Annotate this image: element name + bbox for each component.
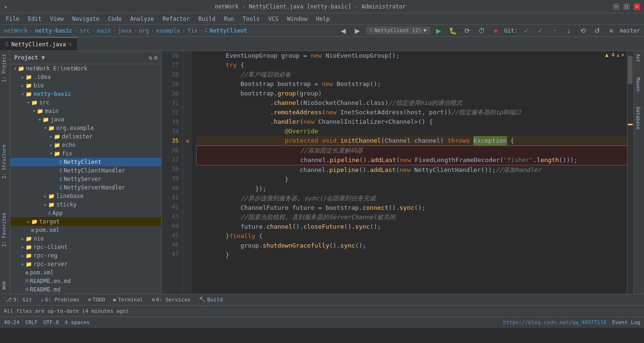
breadcrumb-java[interactable]: java bbox=[118, 27, 132, 34]
expand-arrow-src[interactable]: ▾ bbox=[26, 99, 31, 106]
code-line-35[interactable]: protected void initChannel ( Channel cha… bbox=[196, 136, 630, 146]
expand-arrow-rpc-server[interactable]: ▸ bbox=[20, 261, 26, 267]
code-content[interactable]: EventLoopGroup group = new NioEventLoopG… bbox=[192, 51, 634, 294]
git-revert-button[interactable]: ↺ bbox=[592, 25, 603, 36]
git-annotate-button[interactable]: ≡ bbox=[606, 25, 617, 36]
tree-item-rpc-reg[interactable]: ▸ 📁 rpc-reg bbox=[10, 251, 161, 260]
breadcrumb-fix[interactable]: fix bbox=[187, 27, 197, 34]
expand-arrow-rpc-reg[interactable]: ▸ bbox=[20, 252, 26, 259]
maximize-button[interactable]: □ bbox=[623, 3, 630, 10]
code-line-38[interactable]: channel. pipeline (). addLast ( new Nett… bbox=[196, 165, 630, 175]
expand-arrow-echo[interactable]: ▸ bbox=[48, 142, 54, 148]
tree-item-readme[interactable]: M README.md bbox=[10, 285, 161, 294]
expand-arrow-bio[interactable]: ▸ bbox=[20, 82, 26, 89]
expand-arrow-main[interactable]: ▾ bbox=[31, 108, 37, 114]
warning-down-button[interactable]: ▼ bbox=[621, 52, 624, 58]
todo-tab[interactable]: ≡ TODO bbox=[84, 296, 109, 304]
database-tab[interactable]: Database bbox=[634, 104, 644, 132]
run-config-dropdown-icon[interactable]: ▼ bbox=[423, 27, 427, 34]
menu-run[interactable]: Run bbox=[220, 15, 238, 23]
expand-arrow-nio[interactable]: ▸ bbox=[20, 235, 26, 242]
breadcrumb-example[interactable]: example bbox=[156, 27, 180, 34]
status-line-col[interactable]: 40:24 bbox=[4, 319, 19, 326]
tree-item-org-example[interactable]: ▾ 📁 org.example bbox=[10, 124, 161, 132]
menu-file[interactable]: File bbox=[2, 15, 23, 23]
expand-arrow-fix[interactable]: ▾ bbox=[48, 150, 54, 157]
tree-item-nio[interactable]: ▸ 📁 nio bbox=[10, 234, 161, 243]
maven-tab[interactable]: Maven bbox=[634, 75, 644, 94]
navigate-back-button[interactable]: ◀ bbox=[338, 25, 349, 36]
run-config-selector[interactable]: C NettyClient (2) ▼ bbox=[366, 26, 430, 34]
title-right[interactable]: ─ □ ✕ bbox=[613, 3, 640, 10]
code-line-46[interactable]: group. shutdownGracefully (). sync (); bbox=[196, 241, 630, 250]
menu-edit[interactable]: Edit bbox=[24, 15, 45, 23]
git-check2-button[interactable]: ✓ bbox=[535, 25, 546, 36]
tree-item-nettyclient[interactable]: C NettyClient bbox=[10, 158, 161, 166]
code-line-37[interactable]: channel. pipeline (). addLast ( new Fixe… bbox=[197, 155, 629, 165]
project-tab[interactable]: 1: Project bbox=[0, 51, 10, 85]
breadcrumb-network[interactable]: netWork bbox=[4, 27, 28, 34]
git-pull-button[interactable]: ↓ bbox=[563, 25, 575, 36]
code-line-42[interactable]: ChannelFuture future = bootstrap. connec… bbox=[196, 203, 630, 213]
debug-button[interactable]: 🐛 bbox=[447, 25, 459, 36]
menu-tools[interactable]: Tools bbox=[239, 15, 264, 23]
tree-item-rpc-server[interactable]: ▸ 📁 rpc-server bbox=[10, 260, 161, 268]
code-line-33[interactable]: . handler ( new ChannelInitializer < Cha… bbox=[196, 117, 630, 127]
tree-item-idea[interactable]: ▸ 📁 .idea bbox=[10, 73, 161, 81]
breadcrumb-netty-basic[interactable]: netty-basic bbox=[35, 27, 72, 34]
expand-arrow-idea[interactable]: ▸ bbox=[20, 74, 26, 80]
expand-arrow-target[interactable]: ▸ bbox=[26, 218, 31, 225]
tree-item-nettyserver[interactable]: C NettyServer bbox=[10, 175, 161, 183]
code-line-47[interactable]: } bbox=[196, 250, 630, 260]
code-line-43[interactable]: //阻塞当前线程, 直到服务器的ServerChannel被关闭 bbox=[196, 213, 630, 222]
status-indent[interactable]: 4 spaces bbox=[65, 319, 90, 326]
services-tab[interactable]: ⚙ 8: Services bbox=[148, 296, 194, 304]
tree-item-netty-basic[interactable]: ▾ 📁 netty-basic bbox=[10, 90, 161, 98]
menu-vcs[interactable]: VCS bbox=[265, 15, 283, 23]
menu-analyze[interactable]: Analyze bbox=[126, 15, 158, 23]
code-line-34[interactable]: @Override bbox=[196, 127, 630, 136]
code-line-29[interactable]: Bootstrap bootstrap = new Bootstrap (); bbox=[196, 79, 630, 89]
breadcrumb-file[interactable]: NettyClient bbox=[209, 27, 247, 34]
code-line-32[interactable]: . remoteAddress ( new InetSocketAddress … bbox=[196, 108, 630, 117]
menu-help[interactable]: Help bbox=[312, 15, 334, 23]
code-line-31[interactable]: . channel ( NioSocketChannel .class) //指… bbox=[196, 98, 630, 108]
status-charset[interactable]: UTF-8 bbox=[43, 319, 59, 326]
stop-button[interactable]: ■ bbox=[490, 25, 501, 36]
minimize-button[interactable]: ─ bbox=[613, 3, 619, 10]
tree-item-delimiter[interactable]: ▸ 📁 delimiter bbox=[10, 132, 161, 141]
favorites-tab[interactable]: 2: Favorites bbox=[0, 210, 10, 249]
tree-item-pom-netty[interactable]: m pom.xml bbox=[10, 226, 161, 234]
code-line-41[interactable]: //异步连接到服务器, sync()会阻塞到任务完成 bbox=[196, 194, 630, 203]
sidebar-icon-expand[interactable]: ⇅ bbox=[149, 54, 152, 61]
menu-code[interactable]: Code bbox=[104, 15, 126, 23]
tree-item-echo[interactable]: ▸ 📁 echo bbox=[10, 141, 161, 149]
code-editor[interactable]: ▲ 4 ▲ ▼ 26 27 28 29 30 31 32 33 34 35 36 bbox=[162, 51, 634, 294]
git-history-button[interactable]: ⟲ bbox=[577, 25, 589, 36]
expand-arrow-rpc-client[interactable]: ▸ bbox=[20, 244, 26, 250]
structure-tab[interactable]: 2: Structure bbox=[0, 142, 10, 181]
breadcrumb-src[interactable]: src bbox=[80, 27, 90, 34]
git-check-button[interactable]: ✓ bbox=[521, 25, 532, 36]
expand-arrow-org-example[interactable]: ▾ bbox=[43, 125, 48, 131]
expand-arrow-sticky[interactable]: ▸ bbox=[43, 201, 48, 208]
git-tab[interactable]: ⎇ 9: Git bbox=[2, 296, 36, 304]
profile-button[interactable]: ⏱ bbox=[476, 25, 487, 36]
git-branch[interactable]: master bbox=[620, 27, 640, 34]
menu-window[interactable]: Window bbox=[283, 15, 311, 23]
tree-item-fix[interactable]: ▾ 📁 fix bbox=[10, 149, 161, 158]
tree-item-readme-en[interactable]: M README.en.md bbox=[10, 277, 161, 285]
ant-tab[interactable]: Ant bbox=[634, 51, 644, 65]
code-line-45[interactable]: } finally { bbox=[196, 232, 630, 241]
tree-item-nettyserverhandler[interactable]: C NettyServerHandler bbox=[10, 183, 161, 192]
tab-nettyclient[interactable]: C NettyClient.java ✕ bbox=[0, 37, 78, 51]
tree-item-bio[interactable]: ▸ 📁 bio bbox=[10, 81, 161, 90]
tree-item-main[interactable]: ▾ 📁 main bbox=[10, 107, 161, 115]
tree-item-rpc-client[interactable]: ▸ 📁 rpc-client bbox=[10, 243, 161, 251]
problems-tab[interactable]: ⚠ 6: Problems bbox=[37, 296, 83, 304]
terminal-tab[interactable]: ▶ Terminal bbox=[110, 296, 147, 304]
breadcrumb-org[interactable]: org bbox=[139, 27, 149, 34]
expand-arrow-network[interactable]: ▾ bbox=[12, 65, 18, 72]
code-line-36[interactable]: //添加固定长度解码器 bbox=[197, 146, 629, 155]
code-line-39[interactable]: } bbox=[196, 175, 630, 184]
